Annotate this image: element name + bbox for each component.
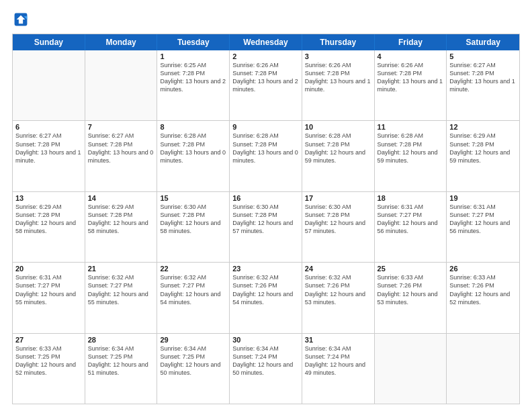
- day-info: Sunrise: 6:26 AM Sunset: 7:28 PM Dayligh…: [305, 61, 371, 94]
- day-cell-14: 14Sunrise: 6:29 AM Sunset: 7:28 PM Dayli…: [85, 192, 158, 262]
- day-number: 9: [232, 123, 299, 131]
- day-cell-12: 12Sunrise: 6:29 AM Sunset: 7:28 PM Dayli…: [447, 121, 519, 191]
- day-info: Sunrise: 6:31 AM Sunset: 7:27 PM Dayligh…: [449, 203, 517, 236]
- logo-icon: [13, 12, 28, 27]
- day-cell-29: 29Sunrise: 6:34 AM Sunset: 7:25 PM Dayli…: [157, 334, 230, 404]
- day-cell-6: 6Sunrise: 6:27 AM Sunset: 7:28 PM Daylig…: [13, 121, 85, 191]
- day-cell-16: 16Sunrise: 6:30 AM Sunset: 7:28 PM Dayli…: [230, 192, 302, 262]
- day-cell-5: 5Sunrise: 6:27 AM Sunset: 7:28 PM Daylig…: [447, 50, 519, 120]
- day-info: Sunrise: 6:28 AM Sunset: 7:28 PM Dayligh…: [305, 132, 371, 165]
- day-cell-21: 21Sunrise: 6:32 AM Sunset: 7:27 PM Dayli…: [85, 263, 158, 332]
- day-info: Sunrise: 6:32 AM Sunset: 7:27 PM Dayligh…: [160, 273, 226, 306]
- day-number: 23: [232, 265, 299, 273]
- day-number: 31: [305, 336, 371, 344]
- day-number: 14: [88, 194, 154, 202]
- day-number: 16: [232, 194, 299, 202]
- calendar-week-5: 27Sunrise: 6:33 AM Sunset: 7:25 PM Dayli…: [13, 333, 519, 404]
- empty-cell: [13, 50, 85, 120]
- header-day-saturday: Saturday: [447, 34, 519, 50]
- day-info: Sunrise: 6:30 AM Sunset: 7:28 PM Dayligh…: [305, 203, 371, 236]
- day-number: 29: [160, 336, 226, 344]
- day-number: 28: [88, 336, 154, 344]
- calendar-week-1: 1Sunrise: 6:25 AM Sunset: 7:28 PM Daylig…: [13, 50, 519, 120]
- day-info: Sunrise: 6:33 AM Sunset: 7:26 PM Dayligh…: [449, 273, 517, 306]
- day-info: Sunrise: 6:28 AM Sunset: 7:28 PM Dayligh…: [232, 132, 299, 165]
- day-number: 15: [160, 194, 226, 202]
- day-cell-24: 24Sunrise: 6:32 AM Sunset: 7:26 PM Dayli…: [302, 263, 375, 332]
- day-cell-9: 9Sunrise: 6:28 AM Sunset: 7:28 PM Daylig…: [230, 121, 302, 191]
- day-info: Sunrise: 6:34 AM Sunset: 7:24 PM Dayligh…: [232, 345, 299, 377]
- day-cell-20: 20Sunrise: 6:31 AM Sunset: 7:27 PM Dayli…: [13, 263, 85, 332]
- calendar-body: 1Sunrise: 6:25 AM Sunset: 7:28 PM Daylig…: [13, 50, 519, 404]
- day-info: Sunrise: 6:29 AM Sunset: 7:28 PM Dayligh…: [15, 203, 82, 236]
- day-cell-4: 4Sunrise: 6:26 AM Sunset: 7:28 PM Daylig…: [375, 50, 447, 120]
- day-info: Sunrise: 6:32 AM Sunset: 7:26 PM Dayligh…: [305, 273, 371, 306]
- day-info: Sunrise: 6:34 AM Sunset: 7:25 PM Dayligh…: [160, 345, 226, 377]
- day-cell-1: 1Sunrise: 6:25 AM Sunset: 7:28 PM Daylig…: [157, 50, 230, 120]
- day-number: 20: [15, 265, 82, 273]
- day-cell-13: 13Sunrise: 6:29 AM Sunset: 7:28 PM Dayli…: [13, 192, 85, 262]
- day-cell-10: 10Sunrise: 6:28 AM Sunset: 7:28 PM Dayli…: [302, 121, 375, 191]
- day-info: Sunrise: 6:34 AM Sunset: 7:24 PM Dayligh…: [305, 345, 371, 377]
- day-number: 21: [88, 265, 154, 273]
- logo: [12, 12, 30, 27]
- day-info: Sunrise: 6:29 AM Sunset: 7:28 PM Dayligh…: [449, 132, 517, 165]
- day-number: 24: [305, 265, 371, 273]
- day-number: 26: [449, 265, 517, 273]
- day-cell-22: 22Sunrise: 6:32 AM Sunset: 7:27 PM Dayli…: [157, 263, 230, 332]
- day-cell-11: 11Sunrise: 6:28 AM Sunset: 7:28 PM Dayli…: [375, 121, 447, 191]
- day-info: Sunrise: 6:27 AM Sunset: 7:28 PM Dayligh…: [15, 132, 82, 165]
- day-info: Sunrise: 6:34 AM Sunset: 7:25 PM Dayligh…: [88, 345, 154, 377]
- day-info: Sunrise: 6:27 AM Sunset: 7:28 PM Dayligh…: [88, 132, 154, 165]
- day-number: 3: [305, 52, 371, 60]
- day-number: 25: [378, 265, 444, 273]
- header-day-thursday: Thursday: [302, 34, 375, 50]
- day-info: Sunrise: 6:33 AM Sunset: 7:25 PM Dayligh…: [15, 345, 82, 377]
- day-cell-3: 3Sunrise: 6:26 AM Sunset: 7:28 PM Daylig…: [302, 50, 375, 120]
- day-cell-15: 15Sunrise: 6:30 AM Sunset: 7:28 PM Dayli…: [157, 192, 230, 262]
- day-number: 13: [15, 194, 82, 202]
- day-cell-17: 17Sunrise: 6:30 AM Sunset: 7:28 PM Dayli…: [302, 192, 375, 262]
- day-cell-7: 7Sunrise: 6:27 AM Sunset: 7:28 PM Daylig…: [85, 121, 158, 191]
- day-number: 5: [449, 52, 517, 60]
- day-info: Sunrise: 6:26 AM Sunset: 7:28 PM Dayligh…: [378, 61, 444, 94]
- calendar: SundayMondayTuesdayWednesdayThursdayFrid…: [12, 34, 520, 404]
- day-number: 18: [378, 194, 444, 202]
- page-header: [12, 12, 520, 27]
- day-info: Sunrise: 6:30 AM Sunset: 7:28 PM Dayligh…: [232, 203, 299, 236]
- day-cell-8: 8Sunrise: 6:28 AM Sunset: 7:28 PM Daylig…: [157, 121, 230, 191]
- day-number: 7: [88, 123, 154, 131]
- day-number: 17: [305, 194, 371, 202]
- header-day-monday: Monday: [85, 34, 158, 50]
- day-number: 27: [15, 336, 82, 344]
- empty-cell: [85, 50, 158, 120]
- calendar-week-2: 6Sunrise: 6:27 AM Sunset: 7:28 PM Daylig…: [13, 120, 519, 191]
- day-cell-18: 18Sunrise: 6:31 AM Sunset: 7:27 PM Dayli…: [375, 192, 447, 262]
- header-day-sunday: Sunday: [13, 34, 85, 50]
- day-info: Sunrise: 6:31 AM Sunset: 7:27 PM Dayligh…: [15, 273, 82, 306]
- day-cell-2: 2Sunrise: 6:26 AM Sunset: 7:28 PM Daylig…: [230, 50, 302, 120]
- day-cell-30: 30Sunrise: 6:34 AM Sunset: 7:24 PM Dayli…: [230, 334, 302, 404]
- day-number: 1: [160, 52, 226, 60]
- day-number: 12: [449, 123, 517, 131]
- day-number: 2: [232, 52, 299, 60]
- day-number: 4: [378, 52, 444, 60]
- calendar-week-3: 13Sunrise: 6:29 AM Sunset: 7:28 PM Dayli…: [13, 191, 519, 262]
- day-cell-28: 28Sunrise: 6:34 AM Sunset: 7:25 PM Dayli…: [85, 334, 158, 404]
- day-info: Sunrise: 6:32 AM Sunset: 7:26 PM Dayligh…: [232, 273, 299, 306]
- day-info: Sunrise: 6:30 AM Sunset: 7:28 PM Dayligh…: [160, 203, 226, 236]
- day-number: 30: [232, 336, 299, 344]
- day-info: Sunrise: 6:25 AM Sunset: 7:28 PM Dayligh…: [160, 61, 226, 94]
- header-day-wednesday: Wednesday: [230, 34, 302, 50]
- day-info: Sunrise: 6:28 AM Sunset: 7:28 PM Dayligh…: [378, 132, 444, 165]
- day-info: Sunrise: 6:29 AM Sunset: 7:28 PM Dayligh…: [88, 203, 154, 236]
- header-day-friday: Friday: [375, 34, 447, 50]
- day-cell-23: 23Sunrise: 6:32 AM Sunset: 7:26 PM Dayli…: [230, 263, 302, 332]
- day-info: Sunrise: 6:31 AM Sunset: 7:27 PM Dayligh…: [378, 203, 444, 236]
- header-day-tuesday: Tuesday: [157, 34, 230, 50]
- day-number: 11: [378, 123, 444, 131]
- day-number: 8: [160, 123, 226, 131]
- day-number: 10: [305, 123, 371, 131]
- day-info: Sunrise: 6:28 AM Sunset: 7:28 PM Dayligh…: [160, 132, 226, 165]
- empty-cell: [375, 334, 447, 404]
